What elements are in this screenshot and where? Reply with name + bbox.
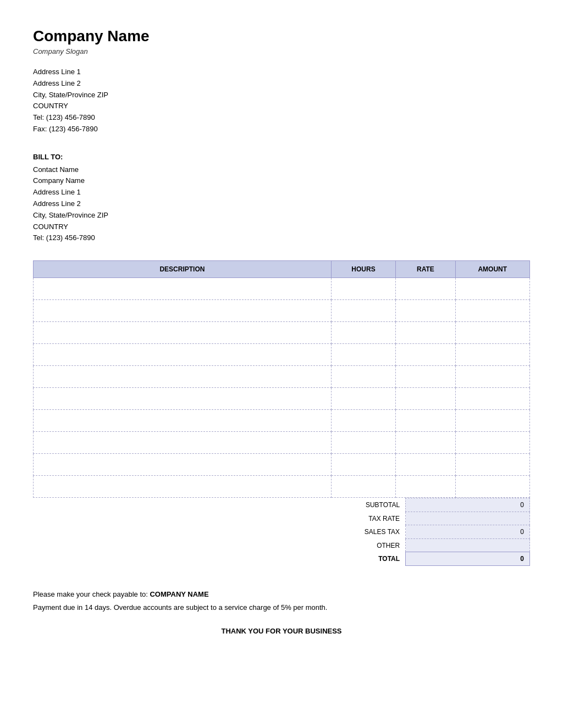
row-description — [34, 388, 332, 410]
row-amount — [455, 278, 529, 300]
row-rate — [396, 366, 455, 388]
header-description: DESCRIPTION — [34, 261, 332, 278]
row-description — [34, 476, 332, 498]
row-hours — [331, 366, 395, 388]
row-hours — [331, 322, 395, 344]
row-rate — [396, 388, 455, 410]
company-slogan: Company Slogan — [33, 47, 530, 55]
row-amount — [455, 322, 529, 344]
company-address-line1: Address Line 1 — [33, 66, 530, 78]
row-hours — [331, 476, 395, 498]
company-country: COUNTRY — [33, 101, 530, 112]
payable-prefix: Please make your check payable to: — [33, 590, 150, 598]
other-row: OTHER — [33, 539, 530, 552]
row-description — [34, 322, 332, 344]
table-row — [34, 300, 530, 322]
total-label: TOTAL — [33, 552, 406, 566]
row-rate — [396, 278, 455, 300]
bill-to-city: City, State/Province ZIP — [33, 210, 530, 221]
row-hours — [331, 410, 395, 432]
row-hours — [331, 278, 395, 300]
table-row — [34, 366, 530, 388]
row-rate — [396, 300, 455, 322]
row-hours — [331, 344, 395, 366]
row-rate — [396, 476, 455, 498]
row-amount — [455, 388, 529, 410]
row-description — [34, 300, 332, 322]
row-hours — [331, 454, 395, 476]
row-amount — [455, 366, 529, 388]
subtotal-value: 0 — [406, 498, 530, 512]
row-rate — [396, 454, 455, 476]
row-hours — [331, 300, 395, 322]
row-rate — [396, 432, 455, 454]
tax-rate-label: TAX RATE — [33, 512, 406, 525]
table-row — [34, 278, 530, 300]
table-row — [34, 432, 530, 454]
footer-section: Please make your check payable to: COMPA… — [33, 588, 530, 637]
header-amount: AMOUNT — [455, 261, 529, 278]
row-amount — [455, 476, 529, 498]
row-description — [34, 410, 332, 432]
row-amount — [455, 432, 529, 454]
company-address: Address Line 1 Address Line 2 City, Stat… — [33, 66, 530, 135]
table-row — [34, 388, 530, 410]
row-amount — [455, 300, 529, 322]
total-value: 0 — [406, 552, 530, 566]
payable-company: COMPANY NAME — [150, 590, 208, 598]
total-row: TOTAL 0 — [33, 552, 530, 566]
tax-rate-row: TAX RATE — [33, 512, 530, 525]
bill-to-address1: Address Line 1 — [33, 187, 530, 198]
row-amount — [455, 454, 529, 476]
table-row — [34, 476, 530, 498]
summary-table: SUBTOTAL 0 TAX RATE SALES TAX 0 OTHER TO… — [33, 498, 530, 566]
row-hours — [331, 432, 395, 454]
company-city-state-zip: City, State/Province ZIP — [33, 90, 530, 101]
row-hours — [331, 388, 395, 410]
tax-rate-value — [406, 512, 530, 525]
company-name: Company Name — [33, 27, 530, 45]
row-description — [34, 278, 332, 300]
table-row — [34, 322, 530, 344]
sales-tax-label: SALES TAX — [33, 525, 406, 539]
bill-to-section: BILL TO: Contact Name Company Name Addre… — [33, 152, 530, 244]
other-value — [406, 539, 530, 552]
header-hours: HOURS — [331, 261, 395, 278]
row-description — [34, 432, 332, 454]
invoice-table: DESCRIPTION HOURS RATE AMOUNT — [33, 260, 530, 498]
sales-tax-value: 0 — [406, 525, 530, 539]
row-amount — [455, 410, 529, 432]
row-rate — [396, 322, 455, 344]
header-rate: RATE — [396, 261, 455, 278]
subtotal-label: SUBTOTAL — [33, 498, 406, 512]
row-amount — [455, 344, 529, 366]
other-label: OTHER — [33, 539, 406, 552]
table-row — [34, 344, 530, 366]
company-fax: Fax: (123) 456-7890 — [33, 124, 530, 135]
row-description — [34, 454, 332, 476]
company-tel: Tel: (123) 456-7890 — [33, 112, 530, 124]
subtotal-row: SUBTOTAL 0 — [33, 498, 530, 512]
bill-to-address2: Address Line 2 — [33, 198, 530, 210]
row-rate — [396, 410, 455, 432]
row-rate — [396, 344, 455, 366]
table-row — [34, 410, 530, 432]
row-description — [34, 344, 332, 366]
bill-to-label: BILL TO: — [33, 152, 530, 163]
footer-payable: Please make your check payable to: COMPA… — [33, 588, 530, 601]
sales-tax-row: SALES TAX 0 — [33, 525, 530, 539]
footer-thank-you: THANK YOU FOR YOUR BUSINESS — [33, 625, 530, 637]
bill-to-company: Company Name — [33, 175, 530, 187]
row-description — [34, 366, 332, 388]
bill-to-contact: Contact Name — [33, 164, 530, 176]
table-row — [34, 454, 530, 476]
bill-to-tel: Tel: (123) 456-7890 — [33, 232, 530, 244]
footer-payment-terms: Payment due in 14 days. Overdue accounts… — [33, 601, 530, 614]
bill-to-country: COUNTRY — [33, 221, 530, 233]
company-address-line2: Address Line 2 — [33, 78, 530, 90]
